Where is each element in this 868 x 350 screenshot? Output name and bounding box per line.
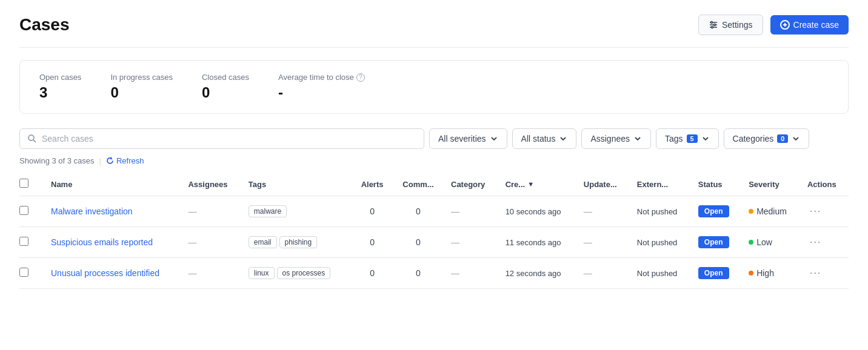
settings-icon — [709, 20, 718, 30]
search-input[interactable] — [42, 134, 416, 144]
categories-count-badge: 0 — [777, 134, 788, 143]
status-badge: Open — [698, 205, 729, 217]
cases-table: Name Assignees Tags Alerts Comm... Categ… — [19, 173, 849, 289]
row-category: — — [444, 227, 498, 258]
plus-icon — [780, 20, 790, 30]
avg-close-label: Average time to close ? — [278, 73, 365, 82]
settings-button[interactable]: Settings — [698, 15, 763, 35]
closed-value: 0 — [202, 84, 249, 101]
case-link[interactable]: Suspicious emails reported — [51, 237, 153, 247]
row-category: — — [444, 258, 498, 289]
avg-close-value: - — [278, 84, 365, 101]
chevron-down-icon — [490, 134, 498, 143]
col-severity: Severity — [741, 173, 800, 196]
row-tags: linuxos processes — [241, 258, 352, 289]
open-cases-label: Open cases — [39, 73, 81, 82]
row-category: — — [444, 196, 498, 227]
create-case-button[interactable]: Create case — [770, 15, 849, 35]
col-actions: Actions — [800, 173, 849, 196]
row-checkbox[interactable] — [19, 206, 28, 215]
settings-label: Settings — [722, 20, 753, 30]
row-status: Open — [691, 258, 741, 289]
col-alerts: Alerts — [352, 173, 393, 196]
severity-label: High — [756, 268, 774, 278]
search-icon — [27, 134, 37, 144]
page-title: Cases — [19, 15, 70, 35]
sort-down-icon: ▼ — [527, 180, 534, 188]
row-checkbox-cell[interactable] — [19, 258, 44, 289]
stat-avg-close: Average time to close ? - — [278, 73, 365, 101]
col-created[interactable]: Cre... ▼ — [498, 173, 576, 196]
tag-badge: malware — [249, 205, 287, 217]
case-link[interactable]: Malware investigation — [51, 206, 133, 216]
status-filter[interactable]: All status — [512, 128, 577, 149]
row-checkbox-cell[interactable] — [19, 227, 44, 258]
categories-filter[interactable]: Categories 0 — [724, 128, 810, 149]
col-category: Category — [444, 173, 498, 196]
refresh-icon — [106, 157, 114, 165]
tags-count-badge: 5 — [687, 134, 698, 143]
chevron-down-icon — [559, 134, 567, 143]
tag-badge: linux — [249, 267, 275, 279]
row-created: 12 seconds ago — [498, 258, 576, 289]
row-updated: — — [576, 196, 630, 227]
row-assignees: — — [181, 196, 241, 227]
row-tags: emailphishing — [241, 227, 352, 258]
status-badge: Open — [698, 236, 729, 248]
select-all-checkbox[interactable] — [19, 179, 28, 188]
row-actions-button[interactable]: ··· — [807, 236, 824, 249]
search-wrapper[interactable] — [19, 128, 424, 149]
severity-label: Low — [756, 237, 772, 247]
svg-point-5 — [711, 27, 713, 28]
col-comments: Comm... — [393, 173, 444, 196]
row-created: 10 seconds ago — [498, 196, 576, 227]
row-name: Suspicious emails reported — [44, 227, 181, 258]
assignees-filter[interactable]: Assignees — [581, 128, 651, 149]
row-checkbox[interactable] — [19, 237, 28, 246]
row-assignees: — — [181, 258, 241, 289]
row-status: Open — [691, 196, 741, 227]
tag-badge: email — [249, 236, 277, 248]
col-updated: Update... — [576, 173, 630, 196]
row-external: Not pushed — [630, 227, 691, 258]
row-actions[interactable]: ··· — [800, 258, 849, 289]
showing-text-row: Showing 3 of 3 cases | Refresh — [19, 156, 849, 165]
col-tags: Tags — [241, 173, 352, 196]
chevron-down-icon — [701, 134, 710, 143]
row-actions-button[interactable]: ··· — [807, 205, 824, 218]
stats-bar: Open cases 3 In progress cases 0 Closed … — [19, 60, 849, 114]
row-actions-button[interactable]: ··· — [807, 266, 824, 280]
row-created: 11 seconds ago — [498, 227, 576, 258]
chevron-down-icon — [792, 134, 800, 143]
header-actions: Settings Create case — [698, 15, 849, 35]
severity-dot — [749, 240, 753, 245]
info-icon[interactable]: ? — [356, 73, 365, 82]
svg-point-4 — [713, 24, 715, 26]
table-body: Malware investigation — malware 0 0 — 10… — [19, 196, 849, 289]
tags-filter[interactable]: Tags 5 — [656, 128, 719, 149]
col-status: Status — [691, 173, 741, 196]
status-badge: Open — [698, 267, 729, 279]
refresh-button[interactable]: Refresh — [106, 156, 144, 165]
svg-point-9 — [28, 135, 34, 140]
case-link[interactable]: Unusual processes identified — [51, 268, 159, 278]
showing-count: Showing 3 of 3 cases — [19, 156, 95, 165]
tag-badge: os processes — [277, 267, 331, 279]
row-updated: — — [576, 258, 630, 289]
tag-badge: phishing — [279, 236, 318, 248]
row-actions[interactable]: ··· — [800, 196, 849, 227]
row-alerts: 0 — [352, 258, 393, 289]
severity-label: Medium — [756, 206, 787, 216]
severity-filter[interactable]: All severities — [429, 128, 507, 149]
stat-open-cases: Open cases 3 — [39, 73, 81, 101]
col-name: Name — [44, 173, 181, 196]
row-status: Open — [691, 227, 741, 258]
row-actions[interactable]: ··· — [800, 227, 849, 258]
select-all-header[interactable] — [19, 173, 44, 196]
row-checkbox[interactable] — [19, 268, 28, 277]
table-row: Malware investigation — malware 0 0 — 10… — [19, 196, 849, 227]
svg-point-3 — [710, 22, 712, 24]
row-checkbox-cell[interactable] — [19, 196, 44, 227]
row-name: Malware investigation — [44, 196, 181, 227]
row-alerts: 0 — [352, 227, 393, 258]
